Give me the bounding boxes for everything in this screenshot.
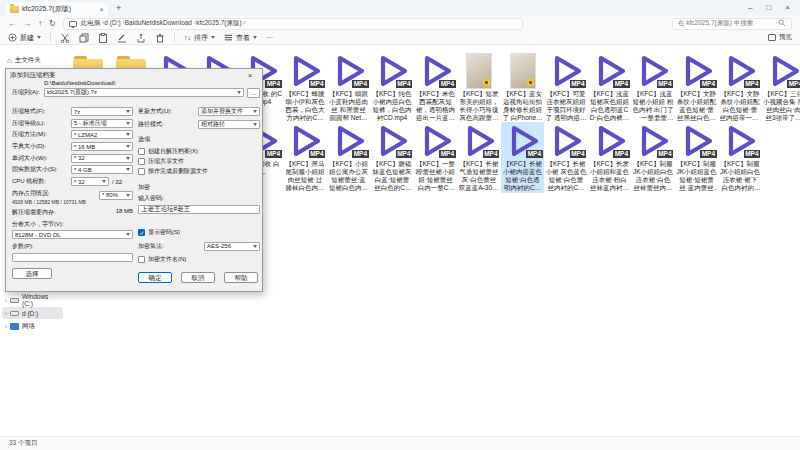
file-item[interactable]: MP4 【KFC】制服JK小姐姐白色连衣裙·白色丝袜蕾丝内衬HA.mp4 <box>632 122 675 193</box>
show-password-checkbox[interactable]: 显示密码(S) <box>138 228 260 238</box>
file-item[interactable]: MP4 【KFC】文静条纹小姐姐配蓝色短裙·蕾丝黑丝白色内裤带一件(2… <box>675 52 718 123</box>
breadcrumb-item[interactable]: d (D:) <box>104 19 120 26</box>
option-checkbox[interactable]: 创建自解压档案(X) <box>138 146 260 156</box>
minimize-button[interactable]: – <box>748 3 752 12</box>
encrypt-filenames-checkbox[interactable]: 加密文件名(N) <box>138 255 260 265</box>
file-item[interactable]: MP4 【KFC】浅蓝短裙灰色姐姐 白色透明蓝CD·白色内裤蕾丝… <box>588 52 631 123</box>
field-value: * 32 <box>74 179 100 185</box>
view-button[interactable]: 查看 <box>224 33 257 43</box>
sidebar-item-home[interactable]: ⌂ 主文件夹 <box>4 54 61 66</box>
paste-icon[interactable] <box>98 33 108 43</box>
field-select[interactable]: * 16 MB <box>71 142 133 151</box>
more-button[interactable]: ⋯ <box>266 34 273 42</box>
rename-icon[interactable] <box>117 33 127 43</box>
decompress-memory-value: 18 MB <box>116 208 133 217</box>
file-item[interactable]: MP4 【KFC】三张小视频合集 黑丝肉丝白·肉丝3张带了斯文蓝妹… <box>762 52 800 123</box>
chevron-down-icon <box>253 245 257 248</box>
option-checkbox[interactable]: 操作完成后删除源文件 <box>138 166 260 176</box>
window-tab[interactable]: kfc2025.7(原版) × <box>6 2 108 16</box>
file-item[interactable]: MP4 【KFC】黑马尾制服小姐姐肉丝短裙·过膝袜白色内衬可爱… <box>284 122 327 193</box>
file-item[interactable]: 【KFC】蓝女远视角站街拍身材修长姐姐了 白Phone的CD… <box>501 52 544 123</box>
file-item[interactable]: MP4 【KFC】纯色小裙内搭白色短裤，白色内衬CD.mp4 <box>371 52 414 123</box>
encryption-method-select[interactable]: AES-256 <box>204 242 260 251</box>
mp4-icon: MP4 <box>592 53 628 89</box>
file-item[interactable]: MP4 【KFC】长裙气质短裙蕾丝灰·白色蕾丝双蓝蓝A-3080蕾丝HA.mp4 <box>458 122 501 193</box>
chevron-down-icon <box>126 145 130 148</box>
encryption-group-label: 加密 <box>138 183 260 192</box>
volume-size-select[interactable]: 8128M - DVD DL <box>12 230 133 239</box>
share-icon[interactable] <box>136 33 146 43</box>
sidebar-home-label: 主文件夹 <box>15 56 41 65</box>
ok-button[interactable]: 确定 <box>138 272 172 283</box>
search-icon <box>778 19 786 28</box>
maximize-button[interactable]: □ <box>766 3 771 12</box>
breadcrumb-item[interactable]: 此电脑 <box>81 19 101 26</box>
file-item[interactable]: MP4 【KFC】制服JK小姐姐蓝色短裙·短裙蕾丝 蓝内蕾丝蓝… <box>675 122 718 193</box>
preview-toggle[interactable]: 预览 <box>768 33 792 42</box>
memory-usage-detail: 4928 MB / 12582 MB / 10731 MB <box>12 199 99 205</box>
refresh-button[interactable]: ↻ <box>49 20 56 28</box>
encryption-method-label: 加密算法: <box>138 242 164 251</box>
breadcrumb-item[interactable]: BaiduNetdiskDownload <box>125 19 192 26</box>
up-button[interactable]: ↑ <box>38 20 42 28</box>
mp4-badge: MP4 <box>352 80 368 88</box>
thumbnail-badge-icon <box>483 79 490 86</box>
path-mode-select[interactable]: 相对路径 <box>198 120 260 129</box>
option-checkbox[interactable]: 压缩共享文件 <box>138 156 260 166</box>
tab-close-icon[interactable]: × <box>99 5 104 14</box>
view-icon <box>224 33 233 42</box>
field-select[interactable]: * 32 <box>71 177 109 186</box>
field-select[interactable]: * 4 GB <box>71 165 133 174</box>
close-button[interactable]: × <box>785 3 790 12</box>
file-item[interactable]: 【KFC】短发形美的姐姐，长得小巧玲珑 灰色高跟蕾丝C… <box>458 52 501 123</box>
file-item[interactable]: MP4 【KFC】小姐姐公寓办公灰短裙蕾丝·蓝短裙白色内搭C… <box>327 122 370 193</box>
options-group-label: 选项 <box>138 135 260 144</box>
forward-button[interactable]: → <box>23 20 31 28</box>
dialog-close-icon[interactable]: × <box>242 71 258 80</box>
search-input[interactable]: 在 kfc2025.7(原版) 中搜索 <box>672 18 792 30</box>
copy-icon[interactable] <box>79 33 89 43</box>
archive-name-input[interactable]: kfc2025.7(原版).7z <box>44 88 244 97</box>
back-button[interactable]: ← <box>8 20 16 28</box>
help-button[interactable]: 帮助 <box>224 272 258 283</box>
file-item[interactable]: MP4 【KFC】文静条纹小姐姐配白色短裙·蕾丝内搭带一件.mp4 <box>719 52 762 123</box>
file-item[interactable]: MP4 【KFC】制服JK小姐姐白色连衣裙·裙下白色内衬的CD.mp4 <box>719 122 762 193</box>
sidebar-item-network[interactable]: › 网络 <box>2 320 63 332</box>
new-button[interactable]: 新建 <box>8 33 41 43</box>
cut-icon[interactable] <box>60 33 70 43</box>
breadcrumb-item[interactable]: kfc2025.7(原版) <box>196 19 242 26</box>
file-item[interactable]: MP4 【KFC】蜂腰细小伊和灰色西装，白色大方内衬的CD.mp4 <box>284 52 327 123</box>
file-item[interactable]: MP4 【KFC】浅蓝短裙小姐姐 粉色内衬 出门了·一整套蕾丝… <box>632 52 675 123</box>
password-input[interactable]: 上老王论坛#老王 <box>138 205 260 214</box>
cancel-button[interactable]: 取消 <box>181 272 215 283</box>
field-select[interactable]: 7z <box>71 107 133 116</box>
field-value: 5 - 标准压缩 <box>74 119 124 128</box>
field-select[interactable]: * 32 <box>71 154 133 163</box>
encryption-method-value: AES-256 <box>207 243 251 249</box>
field-select[interactable]: * LZMA2 <box>71 130 133 139</box>
file-item[interactable]: MP4 【KFC】长裙小裙内搭蓝色短裙·白色透明内衬的CD.mp4 <box>501 122 544 193</box>
field-select[interactable]: 5 - 标准压缩 <box>71 119 133 128</box>
sort-button[interactable]: ↑↓排序 <box>184 33 215 43</box>
file-name: 【KFC】制服JK小姐姐白色连衣裙·裙下白色内衬的CD.mp4 <box>720 160 761 192</box>
file-item[interactable]: MP4 【KFC】长裙小裙 灰色蓝色短裙·白色蕾丝内衬的CD.mp4 <box>545 122 588 193</box>
memory-percent-select[interactable]: * 80% <box>99 191 133 200</box>
file-item[interactable]: MP4 【KFC】一整段蕾丝裙小姐姐·短裙蕾丝白内一整CD蓝丝蓝… <box>414 122 457 193</box>
tab-bar: kfc2025.7(原版) × + – □ × <box>0 0 800 16</box>
breadcrumb[interactable]: 此电脑 ›d (D:) ›BaiduNetdiskDownload ›kfc20… <box>63 18 523 30</box>
delete-icon[interactable] <box>155 33 165 43</box>
file-item[interactable]: MP4 【KFC】可爱连衣裙灰姐姐于项目环境好了 透明内搭蕾丝… <box>545 52 588 123</box>
update-mode-select[interactable]: 添加并替换文件 <box>198 107 260 116</box>
archive-name-value: kfc2025.7(原版).7z <box>47 88 235 97</box>
file-item[interactable]: MP4 【KFC】长发小姐姐和蓝色连衣裙·粉白丝袜蓝内衬的C… <box>588 122 631 193</box>
mp4-badge: MP4 <box>439 150 455 158</box>
sidebar-item-drive[interactable]: › d (D:) <box>2 307 63 319</box>
file-item[interactable]: MP4 【KFC】细跟小皮鞋内搭肉丝 和黑蕾丝 圆圆帮 Net预装了.mp4 <box>327 52 370 123</box>
parameters-input[interactable] <box>12 253 133 262</box>
browse-button[interactable]: ... <box>247 88 260 98</box>
checkbox-icon <box>138 158 145 165</box>
file-item[interactable]: MP4 【KFC】眼镜妹蓝色短裙灰白蓝·短裙蕾丝白色的CD—裙蓝… <box>371 122 414 193</box>
sidebar-item-drive[interactable]: › Windows (C:) <box>2 294 63 306</box>
file-item[interactable]: MP4 【KFC】米色西装配灰短裙，透明格内搭出一片蓝图M… <box>414 52 457 123</box>
new-tab-button[interactable]: + <box>116 3 121 13</box>
